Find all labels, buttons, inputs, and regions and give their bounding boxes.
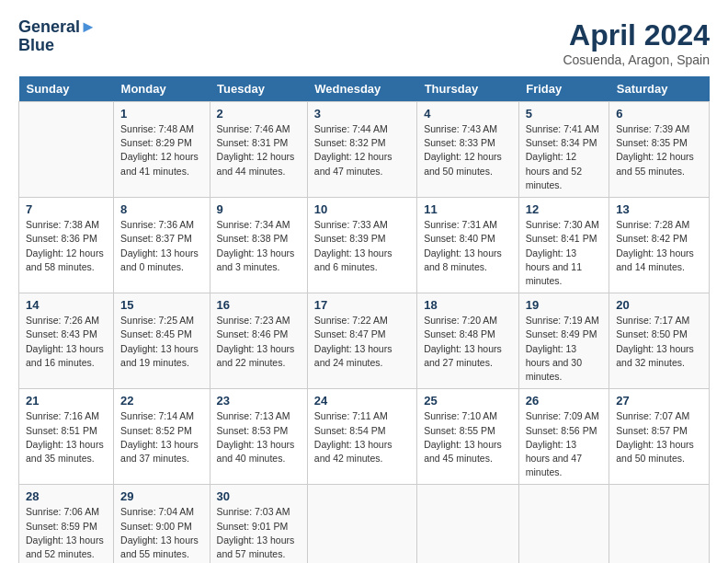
day-number: 14 bbox=[26, 298, 107, 312]
day-info: Sunrise: 7:03 AMSunset: 9:01 PMDaylight:… bbox=[217, 505, 301, 561]
calendar-cell: 29Sunrise: 7:04 AMSunset: 9:00 PMDayligh… bbox=[114, 485, 210, 563]
calendar-cell: 6Sunrise: 7:39 AMSunset: 8:35 PMDaylight… bbox=[609, 102, 710, 198]
calendar-cell: 3Sunrise: 7:44 AMSunset: 8:32 PMDaylight… bbox=[307, 102, 416, 198]
calendar-cell: 20Sunrise: 7:17 AMSunset: 8:50 PMDayligh… bbox=[609, 293, 710, 389]
day-number: 2 bbox=[217, 107, 301, 121]
day-header-saturday: Saturday bbox=[609, 76, 710, 102]
day-info: Sunrise: 7:25 AMSunset: 8:45 PMDaylight:… bbox=[120, 314, 203, 370]
day-info: Sunrise: 7:07 AMSunset: 8:57 PMDaylight:… bbox=[616, 409, 702, 465]
day-number: 27 bbox=[616, 394, 702, 408]
calendar-cell: 21Sunrise: 7:16 AMSunset: 8:51 PMDayligh… bbox=[19, 389, 114, 485]
day-number: 5 bbox=[526, 107, 602, 121]
day-number: 23 bbox=[217, 394, 301, 408]
day-number: 26 bbox=[526, 394, 602, 408]
day-number: 28 bbox=[26, 489, 107, 503]
day-number: 16 bbox=[217, 298, 301, 312]
calendar-cell: 11Sunrise: 7:31 AMSunset: 8:40 PMDayligh… bbox=[417, 198, 519, 293]
day-info: Sunrise: 7:23 AMSunset: 8:46 PMDaylight:… bbox=[217, 314, 301, 370]
day-number: 30 bbox=[217, 489, 301, 503]
day-info: Sunrise: 7:46 AMSunset: 8:31 PMDaylight:… bbox=[217, 122, 301, 178]
day-info: Sunrise: 7:38 AMSunset: 8:36 PMDaylight:… bbox=[26, 218, 107, 274]
day-info: Sunrise: 7:16 AMSunset: 8:51 PMDaylight:… bbox=[26, 409, 107, 465]
day-number: 24 bbox=[314, 394, 410, 408]
calendar-cell bbox=[518, 485, 609, 563]
day-info: Sunrise: 7:48 AMSunset: 8:29 PMDaylight:… bbox=[120, 122, 203, 178]
day-number: 12 bbox=[526, 202, 602, 216]
calendar-cell bbox=[609, 485, 710, 563]
calendar-cell bbox=[19, 102, 114, 198]
calendar-week-row: 28Sunrise: 7:06 AMSunset: 8:59 PMDayligh… bbox=[19, 485, 710, 563]
calendar-cell: 13Sunrise: 7:28 AMSunset: 8:42 PMDayligh… bbox=[609, 198, 710, 293]
day-info: Sunrise: 7:44 AMSunset: 8:32 PMDaylight:… bbox=[314, 122, 410, 178]
calendar-week-row: 1Sunrise: 7:48 AMSunset: 8:29 PMDaylight… bbox=[19, 102, 710, 198]
day-number: 6 bbox=[616, 107, 702, 121]
calendar-cell: 28Sunrise: 7:06 AMSunset: 8:59 PMDayligh… bbox=[19, 485, 114, 563]
day-header-friday: Friday bbox=[518, 76, 609, 102]
calendar-cell: 23Sunrise: 7:13 AMSunset: 8:53 PMDayligh… bbox=[210, 389, 307, 485]
calendar-body: 1Sunrise: 7:48 AMSunset: 8:29 PMDaylight… bbox=[19, 102, 710, 564]
calendar-cell: 19Sunrise: 7:19 AMSunset: 8:49 PMDayligh… bbox=[518, 293, 609, 389]
main-title: April 2024 bbox=[563, 18, 710, 52]
day-number: 20 bbox=[616, 298, 702, 312]
subtitle: Cosuenda, Aragon, Spain bbox=[563, 52, 710, 67]
day-info: Sunrise: 7:17 AMSunset: 8:50 PMDaylight:… bbox=[616, 314, 702, 370]
logo: General►Blue bbox=[18, 18, 97, 55]
day-number: 29 bbox=[120, 489, 203, 503]
calendar-cell: 26Sunrise: 7:09 AMSunset: 8:56 PMDayligh… bbox=[518, 389, 609, 485]
day-number: 10 bbox=[314, 202, 410, 216]
calendar-cell: 14Sunrise: 7:26 AMSunset: 8:43 PMDayligh… bbox=[19, 293, 114, 389]
calendar-cell: 16Sunrise: 7:23 AMSunset: 8:46 PMDayligh… bbox=[210, 293, 307, 389]
calendar-cell: 24Sunrise: 7:11 AMSunset: 8:54 PMDayligh… bbox=[307, 389, 416, 485]
calendar-cell: 4Sunrise: 7:43 AMSunset: 8:33 PMDaylight… bbox=[417, 102, 519, 198]
calendar-cell: 25Sunrise: 7:10 AMSunset: 8:55 PMDayligh… bbox=[417, 389, 519, 485]
day-header-thursday: Thursday bbox=[417, 76, 519, 102]
calendar-cell: 10Sunrise: 7:33 AMSunset: 8:39 PMDayligh… bbox=[307, 198, 416, 293]
page-header: General►Blue April 2024 Cosuenda, Aragon… bbox=[18, 18, 710, 67]
day-info: Sunrise: 7:36 AMSunset: 8:37 PMDaylight:… bbox=[120, 218, 203, 274]
day-info: Sunrise: 7:14 AMSunset: 8:52 PMDaylight:… bbox=[120, 409, 203, 465]
day-info: Sunrise: 7:43 AMSunset: 8:33 PMDaylight:… bbox=[424, 122, 512, 178]
day-number: 25 bbox=[424, 394, 512, 408]
day-header-wednesday: Wednesday bbox=[307, 76, 416, 102]
day-info: Sunrise: 7:26 AMSunset: 8:43 PMDaylight:… bbox=[26, 314, 107, 370]
calendar-cell: 9Sunrise: 7:34 AMSunset: 8:38 PMDaylight… bbox=[210, 198, 307, 293]
day-number: 13 bbox=[616, 202, 702, 216]
day-number: 17 bbox=[314, 298, 410, 312]
calendar-cell: 17Sunrise: 7:22 AMSunset: 8:47 PMDayligh… bbox=[307, 293, 416, 389]
day-number: 21 bbox=[26, 394, 107, 408]
day-header-sunday: Sunday bbox=[19, 76, 114, 102]
day-number: 7 bbox=[26, 202, 107, 216]
day-info: Sunrise: 7:22 AMSunset: 8:47 PMDaylight:… bbox=[314, 314, 410, 370]
day-header-tuesday: Tuesday bbox=[210, 76, 307, 102]
day-info: Sunrise: 7:31 AMSunset: 8:40 PMDaylight:… bbox=[424, 218, 512, 274]
day-info: Sunrise: 7:06 AMSunset: 8:59 PMDaylight:… bbox=[26, 505, 107, 561]
day-info: Sunrise: 7:11 AMSunset: 8:54 PMDaylight:… bbox=[314, 409, 410, 465]
calendar-header-row: SundayMondayTuesdayWednesdayThursdayFrid… bbox=[19, 76, 710, 102]
calendar-cell: 5Sunrise: 7:41 AMSunset: 8:34 PMDaylight… bbox=[518, 102, 609, 198]
calendar-cell bbox=[307, 485, 416, 563]
day-info: Sunrise: 7:04 AMSunset: 9:00 PMDaylight:… bbox=[120, 505, 203, 561]
day-number: 22 bbox=[120, 394, 203, 408]
day-info: Sunrise: 7:34 AMSunset: 8:38 PMDaylight:… bbox=[217, 218, 301, 274]
day-number: 3 bbox=[314, 107, 410, 121]
calendar-cell: 1Sunrise: 7:48 AMSunset: 8:29 PMDaylight… bbox=[114, 102, 210, 198]
day-info: Sunrise: 7:39 AMSunset: 8:35 PMDaylight:… bbox=[616, 122, 702, 178]
logo-text: General►Blue bbox=[18, 18, 97, 55]
day-info: Sunrise: 7:10 AMSunset: 8:55 PMDaylight:… bbox=[424, 409, 512, 465]
day-header-monday: Monday bbox=[114, 76, 210, 102]
title-block: April 2024 Cosuenda, Aragon, Spain bbox=[563, 18, 710, 67]
day-info: Sunrise: 7:13 AMSunset: 8:53 PMDaylight:… bbox=[217, 409, 301, 465]
day-info: Sunrise: 7:33 AMSunset: 8:39 PMDaylight:… bbox=[314, 218, 410, 274]
day-info: Sunrise: 7:28 AMSunset: 8:42 PMDaylight:… bbox=[616, 218, 702, 274]
calendar-cell bbox=[417, 485, 519, 563]
calendar-cell: 30Sunrise: 7:03 AMSunset: 9:01 PMDayligh… bbox=[210, 485, 307, 563]
day-info: Sunrise: 7:09 AMSunset: 8:56 PMDaylight:… bbox=[526, 409, 602, 479]
calendar-cell: 2Sunrise: 7:46 AMSunset: 8:31 PMDaylight… bbox=[210, 102, 307, 198]
day-number: 8 bbox=[120, 202, 203, 216]
calendar-week-row: 21Sunrise: 7:16 AMSunset: 8:51 PMDayligh… bbox=[19, 389, 710, 485]
calendar-cell: 12Sunrise: 7:30 AMSunset: 8:41 PMDayligh… bbox=[518, 198, 609, 293]
day-info: Sunrise: 7:30 AMSunset: 8:41 PMDaylight:… bbox=[526, 218, 602, 288]
calendar-table: SundayMondayTuesdayWednesdayThursdayFrid… bbox=[18, 76, 710, 563]
day-info: Sunrise: 7:41 AMSunset: 8:34 PMDaylight:… bbox=[526, 122, 602, 192]
day-number: 1 bbox=[120, 107, 203, 121]
